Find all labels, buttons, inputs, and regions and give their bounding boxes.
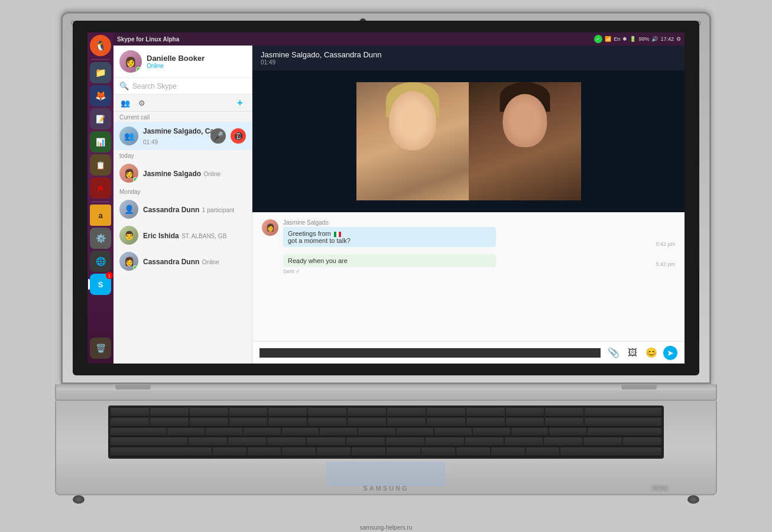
contacts-icon[interactable]: 👥	[119, 97, 131, 109]
key-2[interactable]	[190, 418, 228, 427]
key-shift-l[interactable]	[111, 447, 212, 456]
mute-button[interactable]: 🎤	[210, 128, 226, 144]
chrome-launcher[interactable]: 🌐	[90, 251, 111, 272]
eric-conversation[interactable]: 👨 Eric Ishida ST. ALBANS, GB	[113, 222, 252, 248]
screen-lid: DIGITAL LIVECAM 🐧 📁 🦊	[61, 12, 711, 384]
key-bslash[interactable]	[623, 437, 661, 446]
documents-launcher[interactable]: 📋	[90, 154, 111, 176]
cassandra-conversation[interactable]: 👩 Cassandra Dunn Online	[113, 248, 252, 274]
key-f4[interactable]	[268, 408, 307, 417]
key-o[interactable]	[473, 428, 510, 437]
jasmine-info: Jasmine Salgado Online	[143, 168, 246, 179]
touchpad[interactable]	[327, 462, 445, 486]
key-w[interactable]	[206, 428, 243, 437]
key-f6[interactable]	[348, 408, 386, 417]
key-8[interactable]	[427, 418, 465, 427]
key-s[interactable]	[228, 437, 267, 446]
key-3[interactable]	[229, 418, 268, 427]
key-t[interactable]	[320, 428, 357, 437]
key-esc[interactable]	[111, 408, 149, 417]
add-files-icon[interactable]: 📎	[606, 346, 621, 360]
key-p[interactable]	[511, 428, 549, 437]
settings-icon[interactable]: ⚙	[136, 97, 148, 109]
key-f3[interactable]	[229, 408, 268, 417]
key-n[interactable]	[387, 447, 420, 456]
key-r[interactable]	[282, 428, 319, 437]
current-call-item[interactable]: 👥 Jasmine Salgado, Ca... 01:49 🎤 📵	[113, 122, 252, 150]
key-f7[interactable]	[387, 408, 426, 417]
key-minus[interactable]	[545, 418, 583, 427]
key-b[interactable]	[352, 447, 385, 456]
key-0[interactable]	[506, 418, 544, 427]
key-f11[interactable]	[545, 408, 583, 417]
key-tab[interactable]	[111, 428, 166, 437]
key-caps[interactable]	[111, 437, 187, 446]
key-f1[interactable]	[150, 408, 189, 417]
key-g[interactable]	[346, 437, 385, 446]
settings-gear-icon[interactable]: ⚙	[676, 36, 681, 42]
key-del[interactable]	[585, 408, 661, 417]
key-comma[interactable]	[456, 447, 490, 456]
user-avatar[interactable]: 👩	[119, 50, 142, 73]
search-bar[interactable]: 🔍 Search Skype	[113, 78, 252, 95]
key-f8[interactable]	[427, 408, 465, 417]
key-5[interactable]	[308, 418, 346, 427]
amazon-launcher[interactable]: a	[90, 205, 111, 226]
jasmine-conversation[interactable]: 👩 Jasmine Salgado Online	[113, 160, 252, 186]
add-photo-icon[interactable]: 🖼	[625, 346, 640, 360]
call-duration: 01:49	[261, 59, 676, 66]
key-x[interactable]	[248, 447, 281, 456]
key-bracket-l[interactable]	[549, 428, 586, 437]
key-f[interactable]	[307, 437, 345, 446]
key-c[interactable]	[282, 447, 316, 456]
key-i[interactable]	[434, 428, 472, 437]
search-input[interactable]: Search Skype	[132, 82, 246, 90]
trash-launcher[interactable]: 🗑️	[90, 338, 111, 359]
key-f5[interactable]	[308, 408, 346, 417]
key-1[interactable]	[150, 418, 189, 427]
key-v[interactable]	[317, 447, 351, 456]
emoji-icon[interactable]: 😊	[644, 346, 659, 360]
key-y[interactable]	[358, 428, 395, 437]
key-9[interactable]	[466, 418, 505, 427]
key-k[interactable]	[465, 437, 504, 446]
key-f9[interactable]	[466, 408, 505, 417]
hinge-left	[115, 385, 151, 390]
settings-launcher[interactable]: ⚙️	[90, 228, 111, 249]
text-editor-launcher[interactable]: 📝	[90, 108, 111, 129]
end-call-button[interactable]: 📵	[231, 128, 246, 144]
key-j[interactable]	[426, 437, 464, 446]
key-enter[interactable]	[588, 428, 661, 437]
key-4[interactable]	[268, 418, 307, 427]
key-backspace[interactable]	[585, 418, 661, 427]
key-semi[interactable]	[544, 437, 582, 446]
key-slash[interactable]	[526, 447, 560, 456]
key-l[interactable]	[505, 437, 543, 446]
firefox-launcher[interactable]: 🦊	[90, 85, 111, 106]
cassandra-group-conversation[interactable]: 👤 Cassandra Dunn 1 participant	[113, 196, 252, 222]
key-q[interactable]	[167, 428, 205, 437]
key-7[interactable]	[387, 418, 426, 427]
key-u[interactable]	[397, 428, 434, 437]
key-e[interactable]	[244, 428, 281, 437]
key-z[interactable]	[213, 447, 246, 456]
key-shift-r[interactable]	[560, 447, 661, 456]
key-f10[interactable]	[506, 408, 544, 417]
key-period[interactable]	[491, 447, 525, 456]
key-6[interactable]	[348, 418, 386, 427]
send-button[interactable]: ➤	[663, 346, 677, 360]
ubuntu-logo-icon[interactable]: 🐧	[90, 35, 111, 56]
app1-launcher[interactable]: A	[90, 177, 111, 199]
skype-launcher[interactable]: S 1	[90, 274, 111, 295]
spreadsheet-launcher[interactable]: 📊	[90, 131, 111, 153]
key-tilde[interactable]	[111, 418, 149, 427]
add-contact-button[interactable]: +	[234, 97, 246, 109]
key-m[interactable]	[421, 447, 455, 456]
files-launcher[interactable]: 📁	[90, 62, 111, 83]
key-a[interactable]	[189, 437, 227, 446]
sent-status: Sent ✓	[283, 268, 675, 274]
key-h[interactable]	[386, 437, 424, 446]
key-quote[interactable]	[583, 437, 622, 446]
key-d[interactable]	[267, 437, 306, 446]
key-f2[interactable]	[190, 408, 228, 417]
